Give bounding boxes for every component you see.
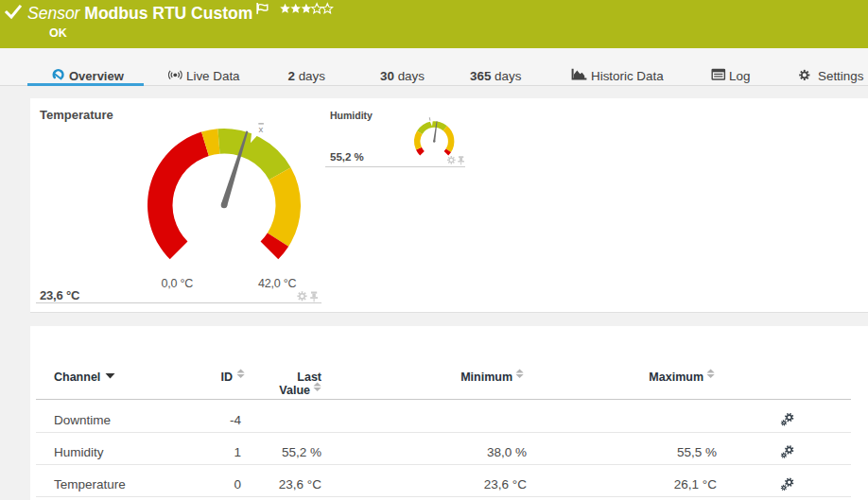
svg-text:x: x xyxy=(259,124,264,134)
